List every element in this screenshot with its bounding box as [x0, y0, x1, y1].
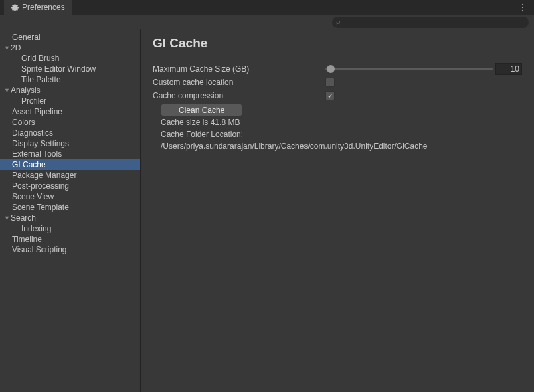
sidebar-item-label: Timeline: [12, 234, 42, 245]
sidebar-item[interactable]: Tile Palette: [0, 74, 140, 85]
sidebar-item[interactable]: Timeline: [0, 234, 140, 245]
window-tab[interactable]: Preferences: [4, 0, 72, 15]
chevron-down-icon[interactable]: ▼: [4, 43, 11, 53]
sidebar-item[interactable]: Visual Scripting: [0, 245, 140, 255]
sidebar-item-label: Grid Brush: [21, 53, 59, 64]
sidebar-item[interactable]: External Tools: [0, 149, 140, 159]
sidebar-item[interactable]: Asset Pipeline: [0, 106, 140, 117]
gear-icon: [11, 3, 19, 12]
folder-path: /Users/priya.sundararajan/Library/Caches…: [153, 140, 522, 152]
slider-thumb[interactable]: [327, 65, 335, 73]
sidebar-item-label: Post-processing: [12, 181, 69, 191]
sidebar-item-label: Indexing: [21, 223, 51, 234]
sidebar-item-label: Profiler: [21, 96, 46, 106]
sidebar-item[interactable]: Sprite Editor Window: [0, 64, 140, 74]
window-menu-button[interactable]: ⋮: [511, 2, 534, 13]
compression-label: Cache compression: [153, 91, 325, 100]
sidebar-item-label: Analysis: [11, 85, 41, 96]
chevron-down-icon[interactable]: ▼: [4, 85, 11, 96]
sidebar-item[interactable]: ▼Search: [0, 213, 140, 223]
sidebar-item-label: Diagnostics: [12, 128, 53, 138]
sidebar-item[interactable]: Scene Template: [0, 202, 140, 213]
search-row: ⌕: [0, 15, 534, 29]
sidebar-item[interactable]: ▼2D: [0, 43, 140, 53]
page-title: GI Cache: [153, 36, 522, 50]
max-cache-slider[interactable]: [325, 68, 493, 70]
sidebar-item[interactable]: General: [0, 32, 140, 43]
sidebar-item[interactable]: Post-processing: [0, 181, 140, 191]
sidebar-item-label: Scene View: [12, 191, 54, 202]
sidebar-item[interactable]: Scene View: [0, 191, 140, 202]
search-input[interactable]: [332, 17, 529, 28]
sidebar-item[interactable]: Display Settings: [0, 138, 140, 149]
compression-checkbox[interactable]: ✓: [325, 91, 335, 100]
sidebar-item-label: Scene Template: [12, 202, 69, 213]
sidebar-item[interactable]: ▼Analysis: [0, 85, 140, 96]
content-panel: GI Cache Maximum Cache Size (GB) Custom …: [141, 29, 534, 392]
sidebar-item-label: Colors: [12, 117, 35, 128]
chevron-down-icon[interactable]: ▼: [4, 213, 11, 223]
custom-location-label: Custom cache location: [153, 78, 325, 87]
sidebar-item[interactable]: GI Cache: [0, 159, 140, 170]
sidebar-item[interactable]: Profiler: [0, 96, 140, 106]
max-cache-value[interactable]: [495, 63, 522, 75]
sidebar-item-label: External Tools: [12, 149, 62, 159]
sidebar-item-label: General: [12, 32, 41, 43]
sidebar-item-label: Visual Scripting: [12, 245, 67, 255]
sidebar-item-label: Search: [11, 213, 36, 223]
window-title: Preferences: [22, 3, 65, 12]
max-cache-label: Maximum Cache Size (GB): [153, 64, 325, 74]
sidebar-item-label: 2D: [11, 43, 21, 53]
sidebar-item-label: Display Settings: [12, 138, 69, 149]
sidebar-item[interactable]: Package Manager: [0, 170, 140, 181]
sidebar-item[interactable]: Colors: [0, 117, 140, 128]
sidebar-item-label: Asset Pipeline: [12, 106, 62, 117]
cache-size-text: Cache size is 41.8 MB: [153, 116, 522, 128]
sidebar: General▼2DGrid BrushSprite Editor Window…: [0, 29, 141, 392]
sidebar-item-label: Tile Palette: [21, 74, 61, 85]
sidebar-item[interactable]: Grid Brush: [0, 53, 140, 64]
sidebar-item-label: Sprite Editor Window: [21, 64, 96, 74]
custom-location-checkbox[interactable]: [325, 78, 335, 87]
sidebar-item[interactable]: Indexing: [0, 223, 140, 234]
clean-cache-button[interactable]: Clean Cache: [161, 104, 242, 116]
sidebar-item-label: GI Cache: [12, 159, 46, 170]
folder-label: Cache Folder Location:: [153, 128, 522, 140]
titlebar: Preferences ⋮: [0, 0, 534, 15]
sidebar-item-label: Package Manager: [12, 170, 76, 181]
sidebar-item[interactable]: Diagnostics: [0, 128, 140, 138]
